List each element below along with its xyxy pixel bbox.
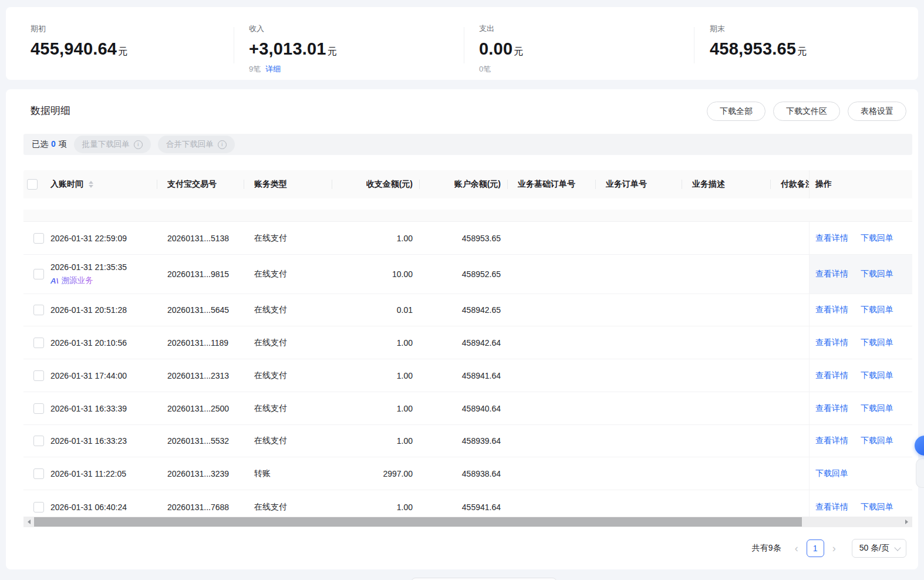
top-buttons: 下载全部 下载文件区 表格设置 <box>707 102 906 121</box>
view-detail-link[interactable]: 查看详情 <box>815 403 848 414</box>
entry-time-cell: 2026-01-31 17:44:00 <box>50 359 157 392</box>
stat-opening-balance: 期初 455,940.64元 <box>31 23 127 59</box>
merge-download-receipt-button[interactable]: 合并下载回单 i <box>158 136 235 153</box>
stat-expense: 支出 0.00元 0笔 <box>479 23 523 75</box>
download-receipt-link[interactable]: 下载回单 <box>861 403 893 414</box>
download-receipt-link[interactable]: 下载回单 <box>861 502 893 512</box>
amount-cell: 1.00 <box>332 222 420 254</box>
download-receipt-link[interactable]: 下载回单 <box>861 233 893 244</box>
row-checkbox-cell <box>23 425 50 457</box>
download-filezone-button[interactable]: 下载文件区 <box>773 102 840 121</box>
row-checkbox[interactable] <box>33 502 44 512</box>
view-detail-link[interactable]: 查看详情 <box>815 502 848 512</box>
column-header-label: 业务基础订单号 <box>518 179 575 190</box>
table-row: 2026-01-31 17:44:0020260131...2313在线支付1.… <box>23 359 912 392</box>
row-checkbox-cell <box>23 294 50 326</box>
account-type-cell: 在线支付 <box>244 326 332 359</box>
business-desc-cell <box>682 222 771 254</box>
row-checkbox[interactable] <box>33 338 44 348</box>
stat-sub: 0笔 <box>479 64 523 75</box>
business-order-cell <box>596 255 682 294</box>
row-checkbox[interactable] <box>33 403 44 414</box>
stat-label: 收入 <box>249 23 337 34</box>
table-empty-band <box>23 198 912 210</box>
sort-icon[interactable] <box>89 181 93 188</box>
page-size-select[interactable]: 50 条/页 <box>852 539 906 558</box>
row-checkbox[interactable] <box>33 436 44 446</box>
horizontal-scrollbar[interactable] <box>23 517 912 527</box>
entry-time: 2026-01-31 20:10:56 <box>50 338 127 348</box>
entry-time: 2026-01-31 06:40:24 <box>50 503 127 512</box>
download-all-button[interactable]: 下载全部 <box>707 102 765 121</box>
row-actions-cell: 查看详情下载回单 <box>809 392 912 424</box>
amount-cell: 1.00 <box>332 326 420 359</box>
amount-cell: 0.01 <box>332 294 420 326</box>
row-checkbox[interactable] <box>33 269 44 279</box>
view-detail-link[interactable]: 查看详情 <box>815 436 848 446</box>
column-header: 账户余额(元) <box>420 170 508 198</box>
business-order-cell <box>596 457 682 490</box>
table-body: 2026-01-31 22:59:0920260131...5138在线支付1.… <box>23 222 912 524</box>
entry-time: 2026-01-31 16:33:23 <box>50 436 127 446</box>
currency-unit: 元 <box>797 46 807 56</box>
business-order-cell <box>596 326 682 359</box>
table-settings-button[interactable]: 表格设置 <box>848 102 906 121</box>
view-detail-link[interactable]: 查看详情 <box>815 269 848 279</box>
summary-card: 期初 455,940.64元 收入 +3,013.01元 9笔详细 支出 0.0… <box>6 7 918 80</box>
selected-label: 已选0项 <box>32 139 67 150</box>
balance-cell: 458938.64 <box>420 457 508 490</box>
download-receipt-link[interactable]: 下载回单 <box>861 436 893 446</box>
table-header-row: 入账时间支付宝交易号账务类型收支金额(元)账户余额(元)业务基础订单号业务订单号… <box>23 170 912 198</box>
scrollbar-thumb[interactable] <box>34 517 802 527</box>
trace-tag[interactable]: A\溯源业务 <box>50 275 93 286</box>
download-receipt-link[interactable]: 下载回单 <box>861 305 893 315</box>
page-number-button[interactable]: 1 <box>807 539 824 557</box>
bottom-toast-sliver <box>411 578 557 580</box>
column-header: 支付宝交易号 <box>157 170 244 198</box>
account-type-cell: 在线支付 <box>244 294 332 326</box>
row-checkbox[interactable] <box>33 233 44 244</box>
next-page-button[interactable]: › <box>827 540 841 557</box>
view-detail-link[interactable]: 查看详情 <box>815 305 848 315</box>
account-type-cell: 在线支付 <box>244 255 332 294</box>
income-detail-link[interactable]: 详细 <box>265 65 281 73</box>
column-header: 入账时间 <box>50 170 157 198</box>
divider <box>234 27 234 63</box>
batch-download-receipt-button[interactable]: 批量下载回单 i <box>74 136 151 153</box>
view-detail-link[interactable]: 查看详情 <box>815 338 848 348</box>
scroll-right-arrow-icon[interactable] <box>905 520 908 524</box>
download-receipt-link[interactable]: 下载回单 <box>861 269 893 279</box>
balance-cell: 458942.65 <box>420 294 508 326</box>
view-detail-link[interactable]: 查看详情 <box>815 233 848 244</box>
download-receipt-link[interactable]: 下载回单 <box>861 338 893 348</box>
scroll-left-arrow-icon[interactable] <box>28 520 31 524</box>
select-all-checkbox[interactable] <box>27 179 38 190</box>
table-row: 2026-01-31 20:51:2820260131...5645在线支付0.… <box>23 294 912 326</box>
row-checkbox[interactable] <box>33 468 44 479</box>
transaction-id-cell: 20260131...5532 <box>157 425 244 457</box>
row-actions-cell: 查看详情下载回单 <box>809 294 912 326</box>
table-row: 2026-01-31 16:33:3920260131...2500在线支付1.… <box>23 392 912 425</box>
floating-widget-panel[interactable] <box>916 458 924 488</box>
prev-page-button[interactable]: ‹ <box>790 540 804 557</box>
base-order-cell <box>508 255 596 294</box>
income-count: 9笔 <box>249 65 261 73</box>
column-header-label: 支付宝交易号 <box>167 179 217 190</box>
header-checkbox-cell <box>23 170 50 198</box>
download-receipt-link[interactable]: 下载回单 <box>861 370 893 381</box>
base-order-cell <box>508 392 596 424</box>
transaction-id-cell: 20260131...2500 <box>157 392 244 424</box>
row-checkbox[interactable] <box>33 305 44 315</box>
table-row: 2026-01-31 21:35:35A\溯源业务20260131...9815… <box>23 255 912 294</box>
row-checkbox-cell <box>23 457 50 490</box>
view-detail-link[interactable]: 查看详情 <box>815 370 848 381</box>
business-order-cell <box>596 294 682 326</box>
download-receipt-link[interactable]: 下载回单 <box>815 468 848 479</box>
entry-time: 2026-01-31 11:22:05 <box>50 469 126 478</box>
table-row: 2026-01-31 16:33:2320260131...5532在线支付1.… <box>23 425 912 457</box>
row-checkbox[interactable] <box>33 370 44 381</box>
chevron-down-icon <box>894 544 901 551</box>
column-header: 业务基础订单号 <box>508 170 596 198</box>
base-order-cell <box>508 359 596 392</box>
stat-income: 收入 +3,013.01元 9笔详细 <box>249 23 337 75</box>
